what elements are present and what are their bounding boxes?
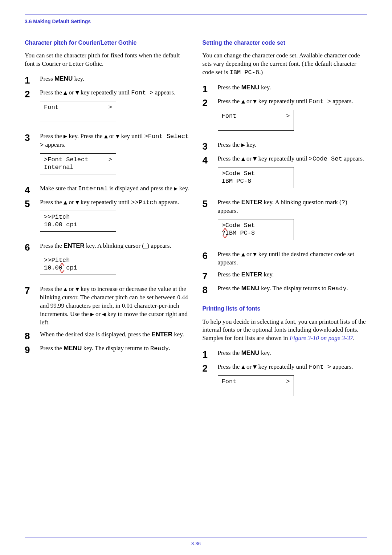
step: 5 Press the ENTER key. A blinking questi… [203, 198, 368, 247]
lcd-text: Font [222, 378, 237, 385]
lcd-text: cpi [62, 264, 77, 271]
down-icon [253, 100, 257, 104]
text: key. A blinking cursor ( [85, 242, 144, 249]
right-h2: Printing lists of fonts [203, 305, 368, 313]
lcd-text: >>Pitch [44, 256, 112, 264]
step-number: 7 [25, 285, 40, 295]
step: 1 Press the MENU key. [203, 84, 368, 94]
lcd-display: >Font Select> Internal [40, 153, 116, 174]
lcd-cursor-char: ? [222, 230, 225, 236]
up-icon [241, 365, 245, 369]
text: or [108, 133, 116, 139]
up-icon [64, 91, 67, 95]
text: appears. [154, 89, 175, 96]
text: Press the [218, 251, 241, 258]
text: appears. [331, 363, 353, 370]
text: or [245, 251, 253, 258]
lcd-text: Font [222, 112, 237, 120]
step: 3 Press the key. Press the or key until … [25, 132, 190, 181]
step: 8 Press the MENU key. The display return… [203, 284, 368, 295]
text: key repeatedly until [79, 199, 131, 206]
step: 5 Press the or key repeatedly until >>Pi… [25, 198, 190, 238]
left-intro: You can set the character pitch for fixe… [25, 52, 190, 68]
text: key. [73, 75, 84, 82]
text: key repeatedly until [79, 89, 131, 96]
text: Press the [40, 285, 64, 292]
lcd-display: >Code Set ?IBM PC-8 [218, 219, 294, 240]
top-rule [25, 15, 367, 15]
down-icon [253, 365, 257, 369]
up-icon [64, 288, 67, 291]
step-number: 1 [203, 349, 218, 359]
left-icon [102, 313, 106, 316]
lcd-text: Font [44, 104, 59, 111]
text: or [67, 199, 75, 206]
lcd-display: Font> [218, 110, 294, 131]
menu-label: MENU [241, 84, 260, 91]
down-icon [253, 253, 257, 256]
text: Press the [218, 285, 241, 292]
step: 1 Press the MENU key. [203, 349, 368, 359]
text: key. [245, 141, 257, 148]
step: 7 Press the or key to increase or decrea… [25, 285, 190, 327]
text: or [94, 311, 102, 317]
code: Font > [309, 364, 331, 370]
lcd-text: >>Pitch [44, 213, 112, 221]
lcd-text: Internal [44, 163, 112, 171]
text: key. [260, 84, 271, 91]
code: Font > [131, 89, 153, 96]
lcd-arrow: > [109, 104, 112, 111]
enter-label: ENTER [241, 271, 262, 278]
right-icon [64, 135, 67, 138]
lcd-cursor-char: 0 [59, 264, 62, 271]
text: Press the [218, 199, 241, 206]
text: Press the [40, 345, 64, 352]
text: Press the [218, 155, 241, 162]
menu-label: MENU [54, 75, 73, 82]
down-icon [75, 288, 79, 291]
code: IBM PC-8 [230, 69, 260, 76]
step: 2 Press the or key repeatedly until Font… [25, 89, 190, 129]
text: ) appears. [147, 242, 171, 249]
down-icon [253, 157, 257, 161]
text: key. [177, 185, 189, 192]
lcd-display: Font> [218, 375, 294, 396]
text: key. [172, 331, 184, 338]
step-number: 5 [203, 198, 218, 208]
text: Press the [218, 271, 241, 278]
lcd-arrow: > [109, 156, 112, 163]
lcd-text: >Code Set [222, 222, 290, 229]
text: appears. [44, 141, 65, 148]
step-number: 6 [203, 250, 218, 260]
up-icon [241, 100, 245, 104]
text: Press the [40, 199, 64, 206]
code: Internal [78, 185, 108, 192]
enter-label: ENTER [151, 331, 172, 338]
step: 2 Press the or key repeatedly until Font… [203, 363, 368, 403]
text: key. [260, 349, 271, 356]
right-icon [90, 313, 94, 316]
step: 9 Press the MENU key. The display return… [25, 344, 190, 355]
right-icon [174, 187, 177, 191]
step-number: 5 [25, 198, 40, 208]
text: or [245, 155, 253, 162]
step: 2 Press the or key repeatedly until Font… [203, 97, 368, 137]
code: >>Pitch [131, 199, 157, 206]
step-number: 4 [25, 185, 40, 195]
lcd-display: >>Pitch 10.00 cpi [40, 254, 116, 275]
code: Ready [150, 345, 169, 352]
step-number: 4 [203, 155, 218, 165]
text: Press the [218, 363, 241, 370]
menu-label: MENU [241, 285, 260, 292]
enter-label: ENTER [241, 199, 262, 206]
figure-link[interactable]: Figure 3-10 on page 3-37 [290, 335, 353, 341]
text: key. The display returns to [82, 345, 150, 352]
step-number: 3 [25, 132, 40, 142]
page-number: 3-36 [0, 540, 392, 547]
step: 6 Press the or key until the desired cha… [203, 250, 368, 267]
code: Ready [328, 285, 347, 292]
lcd-arrow: > [286, 112, 290, 120]
step-number: 1 [203, 84, 218, 94]
text: Press the [218, 84, 241, 91]
step-number: 2 [203, 97, 218, 108]
